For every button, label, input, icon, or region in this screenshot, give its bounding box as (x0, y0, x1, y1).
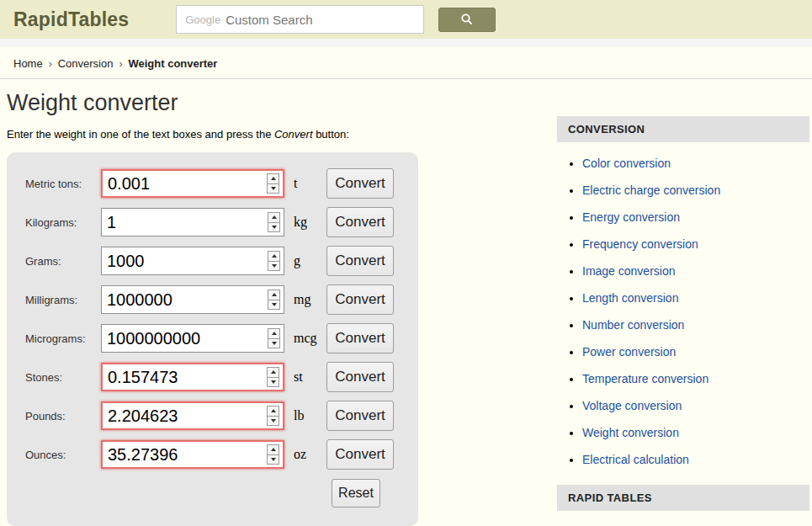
number-spinner[interactable] (268, 290, 280, 310)
spinner-up-icon[interactable] (268, 290, 279, 300)
weight-field[interactable] (101, 363, 284, 391)
row-label: Ounces: (25, 449, 101, 461)
spinner-up-icon[interactable] (268, 368, 279, 378)
google-watermark: Google (185, 13, 220, 26)
row-label: Kilograms: (25, 216, 101, 229)
row-label: Pounds: (25, 410, 101, 422)
sidebar-link[interactable]: Power conversion (582, 345, 676, 359)
number-spinner[interactable] (268, 251, 280, 271)
sidebar-list-item: Voltage conversion (582, 398, 809, 413)
sidebar-link[interactable]: Energy conversion (582, 210, 680, 224)
convert-button[interactable]: Convert (326, 439, 394, 470)
spinner-down-icon[interactable] (268, 417, 279, 426)
convert-button[interactable]: Convert (326, 323, 394, 353)
unit-label: mg (294, 292, 320, 307)
weight-input[interactable] (108, 171, 267, 196)
breadcrumb: Home›Conversion›Weight converter (0, 47, 812, 79)
spinner-down-icon[interactable] (268, 378, 279, 387)
convert-button[interactable]: Convert (326, 168, 394, 199)
sidebar-link[interactable]: Electrical calculation (582, 453, 689, 466)
breadcrumb-separator: › (119, 58, 122, 70)
number-spinner[interactable] (268, 328, 280, 348)
weight-field[interactable] (101, 247, 284, 275)
search-input[interactable]: Google Custom Search (176, 5, 424, 34)
spinner-up-icon[interactable] (268, 329, 279, 339)
row-label: Stones: (25, 371, 101, 384)
sidebar-link[interactable]: Length conversion (582, 291, 678, 305)
sidebar-list-item: Number conversion (582, 317, 809, 332)
spinner-up-icon[interactable] (268, 445, 279, 455)
spinner-down-icon[interactable] (268, 262, 279, 271)
sidebar-list-item: Frequency conversion (582, 236, 809, 252)
sidebar-link[interactable]: Electric charge conversion (582, 183, 720, 197)
sidebar-link[interactable]: Image conversion (582, 264, 676, 278)
sidebar-list-item: Image conversion (582, 263, 809, 279)
weight-input[interactable] (107, 286, 268, 313)
convert-button[interactable]: Convert (326, 362, 394, 392)
number-spinner[interactable] (268, 212, 280, 232)
site-logo[interactable]: RapidTables (13, 8, 129, 31)
sidebar-list-item: Color conversion (582, 156, 809, 171)
breadcrumb-item[interactable]: Home (13, 57, 43, 70)
weight-field[interactable] (101, 401, 284, 430)
convert-emphasis: Convert (274, 128, 313, 141)
weight-input[interactable] (108, 364, 267, 390)
converter-row: Milligrams: mg Convert (25, 285, 418, 314)
reset-button[interactable]: Reset (332, 479, 380, 507)
weight-input[interactable] (107, 325, 268, 352)
sidebar-list-item: Temperature conversion (582, 371, 809, 386)
spinner-down-icon[interactable] (268, 339, 279, 348)
unit-label: t (294, 176, 320, 191)
weight-field[interactable] (101, 324, 284, 353)
row-label: Milligrams: (25, 294, 101, 306)
search-placeholder: Custom Search (226, 13, 312, 27)
number-spinner[interactable] (267, 367, 279, 387)
sidebar-link[interactable]: Voltage conversion (582, 399, 682, 412)
sidebar-list-item: Electrical calculation (582, 452, 809, 467)
convert-button[interactable]: Convert (326, 207, 394, 237)
spinner-down-icon[interactable] (268, 300, 279, 310)
weight-input[interactable] (108, 403, 267, 428)
number-spinner[interactable] (267, 444, 279, 465)
weight-converter-panel: Metric tons: t Convert Kilograms: kg Con… (7, 152, 418, 526)
weight-field[interactable] (101, 285, 284, 314)
unit-label: g (294, 253, 320, 268)
converter-rows: Metric tons: t Convert Kilograms: kg Con… (25, 169, 418, 469)
spinner-up-icon[interactable] (268, 213, 279, 223)
number-spinner[interactable] (267, 173, 279, 194)
sidebar-list-item: Electric charge conversion (582, 183, 809, 198)
weight-field[interactable] (101, 208, 284, 236)
sidebar-link[interactable]: Temperature conversion (582, 372, 709, 385)
sidebar-list-item: Weight conversion (582, 425, 809, 440)
weight-input[interactable] (107, 247, 268, 274)
convert-button[interactable]: Convert (326, 246, 394, 276)
convert-button[interactable]: Convert (326, 401, 394, 431)
main-column: Weight converter Enter the weight in one… (0, 79, 557, 526)
breadcrumb-item[interactable]: Conversion (58, 57, 114, 70)
spinner-down-icon[interactable] (268, 184, 279, 194)
row-label: Micrograms: (25, 332, 101, 345)
search-button[interactable] (438, 8, 496, 32)
sidebar-link[interactable]: Weight conversion (582, 426, 679, 439)
weight-field[interactable] (101, 169, 284, 198)
spinner-up-icon[interactable] (268, 406, 279, 417)
sidebar-link[interactable]: Number conversion (582, 318, 684, 332)
weight-input[interactable] (107, 209, 268, 236)
sidebar: CONVERSIONColor conversionElectric charg… (557, 116, 809, 511)
weight-input[interactable] (108, 442, 267, 467)
converter-row: Kilograms: kg Convert (25, 208, 418, 236)
weight-field[interactable] (101, 440, 284, 469)
spinner-up-icon[interactable] (268, 174, 279, 184)
spinner-up-icon[interactable] (268, 252, 279, 262)
reset-row: Reset (25, 479, 418, 507)
sidebar-link[interactable]: Color conversion (582, 157, 671, 170)
spinner-down-icon[interactable] (268, 223, 279, 232)
search-icon (460, 13, 474, 26)
spinner-down-icon[interactable] (268, 455, 279, 465)
sidebar-link[interactable]: Frequency conversion (582, 237, 698, 251)
number-spinner[interactable] (267, 406, 279, 426)
content-area: Weight converter Enter the weight in one… (0, 79, 812, 526)
unit-label: st (294, 369, 320, 385)
convert-button[interactable]: Convert (326, 284, 394, 315)
converter-row: Pounds: lb Convert (25, 401, 418, 430)
